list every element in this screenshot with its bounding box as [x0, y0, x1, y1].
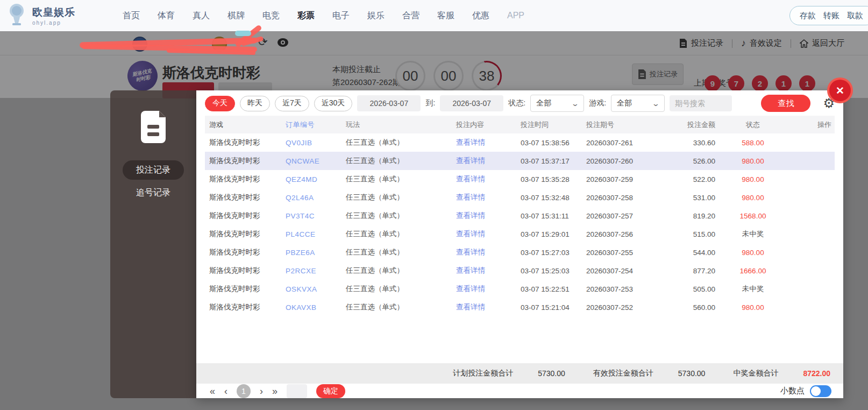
chevron-down-icon: ⌄ — [571, 100, 579, 108]
next-page-button[interactable]: › — [260, 386, 263, 396]
records-doc-icon — [138, 111, 169, 145]
decimal-toggle[interactable] — [810, 385, 831, 397]
quick-filter-今天[interactable]: 今天 — [205, 96, 235, 111]
nav-item-棋牌[interactable]: 棋牌 — [227, 10, 245, 22]
bet-time: 03-07 15:38:56 — [521, 139, 586, 147]
bet-content: 查看详情 — [456, 248, 521, 257]
table-row: 斯洛伐克时时彩OKAVXB任三直选（单式）查看详情03-07 15:21:042… — [205, 298, 835, 316]
page-jump-input[interactable] — [287, 384, 307, 398]
last-page-button[interactable]: » — [272, 386, 278, 396]
bet-records-modal: 今天昨天近7天近30天 到: 状态: 全部⌄ 游戏: 全部⌄ 查找 ⚙ 游戏订单… — [196, 90, 843, 398]
game-cell: 斯洛伐克时时彩 — [205, 248, 286, 257]
order-code: OKAVXB — [286, 303, 346, 312]
view-details-link[interactable]: 查看详情 — [456, 303, 485, 311]
order-code: PL4CCE — [286, 230, 346, 238]
status-select[interactable]: 全部⌄ — [530, 95, 584, 112]
bet-content: 查看详情 — [456, 302, 521, 312]
status-cell: 980.00 — [721, 303, 785, 312]
table-row: 斯洛伐克时时彩QNCWAE任三直选（单式）查看详情03-07 15:37:172… — [205, 152, 835, 170]
sidebar-item-bet-records[interactable]: 投注记录 — [123, 160, 184, 180]
play-type: 任三直选（单式） — [346, 284, 456, 294]
nav-item-优惠[interactable]: 优惠 — [472, 10, 489, 22]
search-button[interactable]: 查找 — [761, 95, 810, 112]
bet-time: 03-07 15:35:28 — [521, 175, 586, 183]
sidebar-item-chase-records[interactable]: 追号记录 — [123, 183, 184, 202]
game-cell: 斯洛伐克时时彩 — [205, 156, 286, 166]
column-header: 投注期号 — [586, 120, 667, 130]
current-page[interactable]: 1 — [237, 384, 251, 398]
bet-issue: 20260307-256 — [586, 230, 667, 238]
view-details-link[interactable]: 查看详情 — [456, 248, 485, 256]
status-cell: 未中奖 — [721, 229, 785, 239]
bet-issue: 20260307-259 — [586, 175, 667, 183]
view-details-link[interactable]: 查看详情 — [456, 266, 485, 274]
column-header: 订单编号 — [286, 120, 346, 130]
bet-issue: 20260307-252 — [586, 303, 667, 312]
nav-item-APP[interactable]: APP — [507, 11, 524, 20]
status-label: 状态: — [508, 98, 525, 108]
wallet-action-转账[interactable]: 转账 — [823, 11, 839, 21]
nav-item-彩票[interactable]: 彩票 — [297, 10, 315, 22]
quick-filter-昨天[interactable]: 昨天 — [240, 96, 270, 111]
game-select[interactable]: 全部⌄ — [611, 95, 665, 112]
status-cell: 未中奖 — [721, 284, 785, 294]
valid-total-value: 5730.00 — [678, 369, 706, 378]
brand-logo[interactable]: 欧皇娱乐 ohyl.app — [5, 3, 75, 29]
to-label: 到: — [425, 98, 435, 108]
bet-content: 查看详情 — [456, 211, 521, 221]
wallet-action-存款[interactable]: 存款 — [800, 11, 816, 21]
close-icon[interactable]: ✕ — [827, 77, 853, 103]
issue-search-input[interactable] — [670, 95, 732, 111]
totals-bar: 计划投注金额合计5730.00 有效投注金额合计5730.00 中奖金额合计87… — [196, 363, 843, 384]
status-cell: 980.00 — [721, 157, 785, 165]
nav-item-真人[interactable]: 真人 — [193, 10, 210, 22]
nav-item-客服[interactable]: 客服 — [437, 10, 454, 22]
bet-amount: 505.00 — [667, 285, 721, 293]
bet-time: 03-07 15:27:03 — [521, 249, 586, 257]
view-details-link[interactable]: 查看详情 — [456, 230, 485, 238]
first-page-button[interactable]: « — [210, 386, 215, 396]
plan-total-label: 计划投注金额合计 — [453, 369, 513, 378]
bet-issue: 20260307-257 — [586, 212, 667, 220]
view-details-link[interactable]: 查看详情 — [456, 157, 485, 165]
play-type: 任三直选（单式） — [346, 266, 456, 275]
nav-item-娱乐[interactable]: 娱乐 — [367, 10, 385, 22]
column-header: 玩法 — [346, 120, 456, 130]
bet-content: 查看详情 — [456, 174, 521, 184]
bet-time: 03-07 15:37:17 — [521, 157, 586, 165]
game-cell: 斯洛伐克时时彩 — [205, 211, 286, 221]
nav-item-体育[interactable]: 体育 — [158, 10, 175, 22]
bet-content: 查看详情 — [456, 156, 521, 166]
date-to-input[interactable] — [440, 95, 503, 111]
date-from-input[interactable] — [357, 95, 421, 111]
play-type: 任三直选（单式） — [346, 156, 456, 166]
game-cell: 斯洛伐克时时彩 — [205, 174, 286, 184]
table-row: 斯洛伐克时时彩PL4CCE任三直选（单式）查看详情03-07 15:29:012… — [205, 225, 835, 243]
nav-item-电子[interactable]: 电子 — [332, 10, 350, 22]
table-row: 斯洛伐克时时彩QEZ4MD任三直选（单式）查看详情03-07 15:35:282… — [205, 170, 835, 188]
nav-item-合营[interactable]: 合营 — [402, 10, 419, 22]
view-details-link[interactable]: 查看详情 — [456, 175, 485, 183]
game-cell: 斯洛伐克时时彩 — [205, 302, 286, 312]
nav-item-电竞[interactable]: 电竞 — [262, 10, 280, 22]
view-details-link[interactable]: 查看详情 — [456, 211, 485, 220]
quick-filter-近30天[interactable]: 近30天 — [314, 96, 353, 111]
wallet-action-取款[interactable]: 取款 — [847, 11, 863, 21]
bet-issue: 20260307-253 — [586, 285, 667, 293]
bet-issue: 20260307-261 — [586, 139, 667, 147]
game-cell: 斯洛伐克时时彩 — [205, 229, 286, 239]
bet-content: 查看详情 — [456, 284, 521, 294]
table-row: 斯洛伐克时时彩Q2L46A任三直选（单式）查看详情03-07 15:32:482… — [205, 188, 835, 207]
table-row: 斯洛伐克时时彩PBZE6A任三直选（单式）查看详情03-07 15:27:032… — [205, 243, 835, 261]
play-type: 任三直选（单式） — [346, 229, 456, 239]
quick-filter-近7天[interactable]: 近7天 — [275, 96, 309, 111]
view-details-link[interactable]: 查看详情 — [456, 138, 485, 146]
prev-page-button[interactable]: ‹ — [224, 386, 227, 396]
view-details-link[interactable]: 查看详情 — [456, 285, 485, 293]
bet-time: 03-07 15:22:51 — [521, 285, 586, 293]
table-row: 斯洛伐克时时彩QV0JIB任三直选（单式）查看详情03-07 15:38:562… — [205, 133, 835, 152]
view-details-link[interactable]: 查看详情 — [456, 193, 485, 201]
order-code: Q2L46A — [286, 194, 346, 202]
nav-item-首页[interactable]: 首页 — [123, 10, 140, 22]
confirm-page-button[interactable]: 确定 — [316, 384, 345, 398]
